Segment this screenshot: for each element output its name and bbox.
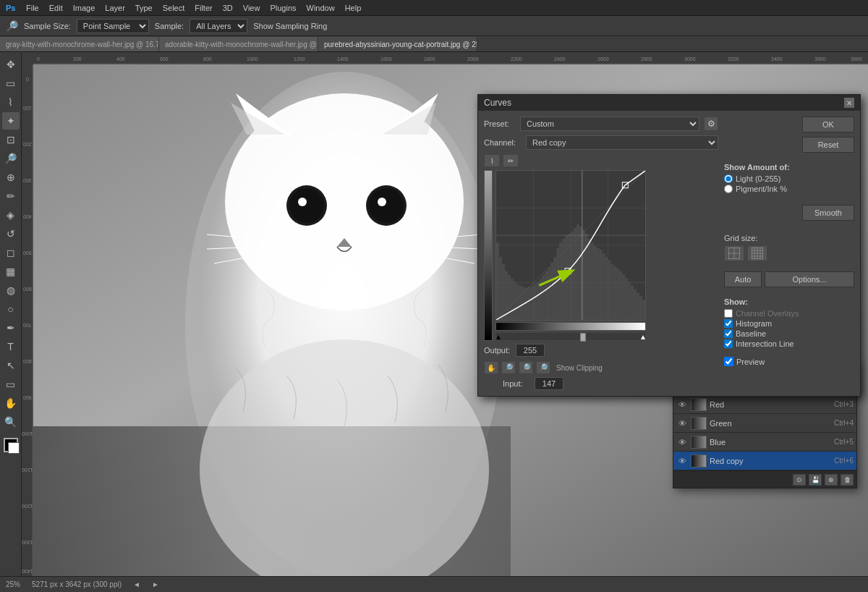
menu-layer[interactable]: Layer [101,2,129,14]
smooth-button[interactable]: Smooth [802,205,854,221]
foreground-color[interactable] [4,438,18,452]
menu-type[interactable]: Type [131,2,157,14]
svg-rect-88 [545,271,548,320]
panel-load-button[interactable]: ⊙ [793,474,806,486]
background-color[interactable] [8,442,20,454]
eyedropper-tool[interactable]: 🔎 [2,150,20,167]
channel-blue-eye[interactable]: 👁 [676,436,688,448]
history-brush[interactable]: ↺ [2,225,20,242]
preview-checkbox[interactable] [724,357,733,366]
eyedrop-white-button[interactable]: 🔎 [536,361,550,374]
preset-select[interactable]: Custom [520,117,699,131]
sample-size-select[interactable]: Point Sample [77,19,149,33]
curves-dialog-left: Preset: Custom ⚙ Channel: RGB Red Green … [484,117,718,390]
document-dimensions: 5271 px x 3642 px (300 ppi) [32,580,122,588]
input-slider-container[interactable] [495,332,646,341]
menu-bar: Ps File Edit Image Layer Type Select Fil… [0,0,868,16]
histogram-checkbox[interactable] [724,319,733,328]
path-select[interactable]: ↖ [2,357,20,374]
svg-rect-72 [499,257,502,320]
hand-tool[interactable]: ✋ [2,394,20,412]
lasso-tool[interactable]: ⌇ [2,93,20,111]
brush-tool[interactable]: ✏ [2,187,20,205]
tab-1[interactable]: adorable-kitty-with-monochrome-wall-her.… [159,37,318,51]
svg-rect-74 [505,271,508,320]
panel-save-button[interactable]: 💾 [809,474,822,486]
grid-size-label: Grid size: [724,234,854,242]
sample-select[interactable]: All Layers [190,19,247,33]
svg-text:Ps: Ps [6,4,15,12]
menu-window[interactable]: Window [302,2,339,14]
input-black-point[interactable] [496,335,501,339]
output-value-input[interactable] [516,344,545,357]
show-section: Show: Channel Overlays Histogram Baselin… [724,297,854,350]
menu-select[interactable]: Select [158,2,190,14]
scroll-arrow-left[interactable]: ◄ [133,580,140,588]
blur-tool[interactable]: ◍ [2,282,20,299]
eraser-tool[interactable]: ◻ [2,244,20,261]
svg-rect-84 [534,284,537,320]
curve-tools: ⌇ ✏ [484,154,718,167]
channel-select[interactable]: RGB Red Green Blue Red copy [526,135,718,150]
marquee-tool[interactable]: ▭ [2,75,20,92]
menu-filter[interactable]: Filter [190,2,216,14]
zoom-tool[interactable]: 🔍 [2,413,20,431]
grid-small-button[interactable] [724,245,744,261]
panel-delete-button[interactable]: 🗑 [841,474,854,486]
input-white-point[interactable] [641,335,645,339]
svg-rect-87 [542,275,545,320]
quick-select-tool[interactable]: ✦ [2,112,20,130]
type-tool[interactable]: T [2,338,20,355]
eyedrop-gray-button[interactable]: 🔎 [519,361,533,374]
menu-edit[interactable]: Edit [45,2,67,14]
curves-dialog-close-button[interactable]: ✕ [844,98,854,108]
tab-2[interactable]: purebred-abyssinian-young-cat-portrait.j… [318,37,477,51]
menu-file[interactable]: File [22,2,43,14]
channel-item-green[interactable]: 👁 Green Ctrl+4 [673,414,856,433]
panel-duplicate-button[interactable]: ⊕ [825,474,838,486]
menu-image[interactable]: Image [69,2,100,14]
curve-hand-button[interactable]: ✋ [484,361,498,374]
intersection-line-checkbox[interactable] [724,339,733,348]
input-value-input[interactable] [535,377,563,390]
curve-point-tool[interactable]: ⌇ [484,154,500,167]
channel-item-red-copy[interactable]: 👁 Red copy Ctrl+6 [673,452,856,470]
svg-text:200: 200 [73,56,82,62]
svg-text:1400: 1400 [22,569,33,574]
menu-plugins[interactable]: Plugins [265,2,300,14]
gradient-tool[interactable]: ▦ [2,263,20,280]
ok-button[interactable]: OK [802,117,854,132]
stamp-tool[interactable]: ◈ [2,206,20,224]
eyedrop-black-button[interactable]: 🔎 [501,361,516,374]
channel-red-eye[interactable]: 👁 [676,399,688,410]
menu-help[interactable]: Help [341,2,366,14]
menu-view[interactable]: View [239,2,265,14]
dodge-tool[interactable]: ○ [2,300,20,318]
light-radio[interactable] [724,174,733,183]
input-slider-handle[interactable] [580,333,586,342]
reset-button[interactable]: Reset [802,137,854,153]
channel-item-red[interactable]: 👁 Red Ctrl+3 [673,395,856,414]
curve-canvas-container[interactable] [495,170,646,321]
baseline-checkbox[interactable] [724,329,733,338]
pen-tool[interactable]: ✒ [2,319,20,337]
channel-red-copy-eye[interactable]: 👁 [676,455,688,467]
scroll-arrow-right[interactable]: ► [152,580,159,588]
svg-text:900: 900 [23,395,32,400]
channel-item-blue[interactable]: 👁 Blue Ctrl+5 [673,433,856,452]
channel-green-eye[interactable]: 👁 [676,418,688,429]
tab-0[interactable]: gray-kitty-with-monochrome-wall-her.jpg … [0,37,159,51]
crop-tool[interactable]: ⊡ [2,131,20,148]
curve-bottom-controls: ✋ 🔎 🔎 🔎 Show Clipping [484,361,718,374]
preset-gear-button[interactable]: ⚙ [704,117,718,131]
pigment-radio[interactable] [724,185,733,193]
auto-button[interactable]: Auto [724,271,762,287]
curve-pencil-tool[interactable]: ✏ [503,154,519,167]
move-tool[interactable]: ✥ [2,56,20,73]
options-button[interactable]: Options... [765,271,854,287]
shape-tool[interactable]: ▭ [2,376,20,393]
grid-large-button[interactable] [747,245,767,261]
menu-3d[interactable]: 3D [218,2,237,14]
healing-tool[interactable]: ⊕ [2,169,20,186]
channel-overlays-checkbox[interactable] [724,309,733,318]
